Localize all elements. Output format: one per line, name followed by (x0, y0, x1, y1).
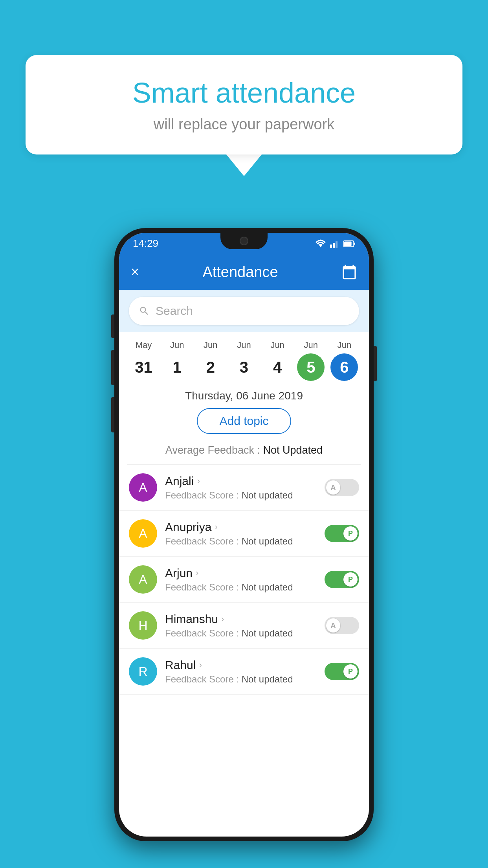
avg-feedback-value: Not Updated (263, 444, 323, 456)
speech-bubble-tail (226, 154, 262, 176)
student-row[interactable]: AArjun ›Feedback Score : Not updatedP (119, 557, 369, 603)
svg-rect-0 (330, 245, 332, 248)
phone-outer: 14:29 (114, 228, 374, 841)
student-name: Arjun › (165, 566, 317, 580)
wifi-icon (315, 239, 326, 248)
toggle-switch[interactable]: P (325, 571, 359, 588)
calendar-row: May31Jun1Jun2Jun3Jun4Jun5Jun6 (119, 332, 369, 381)
attendance-toggle[interactable]: P (325, 571, 359, 588)
speech-bubble: Smart attendance will replace your paper… (26, 55, 462, 154)
chevron-icon: › (196, 568, 198, 578)
toggle-knob: A (326, 618, 340, 633)
svg-rect-2 (336, 241, 338, 248)
student-name: Anjali › (165, 474, 317, 488)
student-avatar: R (129, 657, 157, 686)
calendar-day-1[interactable]: Jun1 (161, 340, 193, 381)
student-info: Rahul ›Feedback Score : Not updated (165, 658, 317, 685)
search-bar-container: Search (119, 290, 369, 332)
phone-button-left-1 (111, 314, 114, 338)
cal-date: 3 (230, 353, 258, 381)
calendar-day-5[interactable]: Jun5 (295, 340, 327, 381)
phone-button-right (374, 346, 377, 381)
toggle-knob: A (326, 480, 340, 495)
calendar-day-0[interactable]: May31 (128, 340, 160, 381)
chevron-icon: › (215, 522, 217, 532)
toggle-knob: P (343, 572, 358, 587)
cal-month: Jun (170, 340, 184, 350)
calendar-day-4[interactable]: Jun4 (262, 340, 293, 381)
chevron-icon: › (199, 660, 202, 670)
calendar-day-2[interactable]: Jun2 (195, 340, 226, 381)
student-info: Anupriya ›Feedback Score : Not updated (165, 520, 317, 547)
phone-screen: 14:29 (119, 233, 369, 837)
calendar-day-6[interactable]: Jun6 (328, 340, 360, 381)
student-row[interactable]: AAnjali ›Feedback Score : Not updatedA (119, 465, 369, 511)
toggle-switch[interactable]: P (325, 525, 359, 542)
camera (240, 237, 248, 245)
signal-icon (330, 239, 339, 248)
add-topic-container: Add topic (119, 406, 369, 441)
search-icon (139, 305, 150, 316)
svg-rect-4 (354, 243, 355, 245)
phone-notch (220, 233, 268, 249)
student-avatar: A (129, 519, 157, 548)
chevron-icon: › (221, 614, 224, 624)
student-info: Arjun ›Feedback Score : Not updated (165, 566, 317, 593)
attendance-toggle[interactable]: P (325, 525, 359, 542)
attendance-toggle[interactable]: P (325, 663, 359, 680)
calendar-day-3[interactable]: Jun3 (228, 340, 260, 381)
add-topic-button[interactable]: Add topic (197, 408, 291, 434)
student-feedback: Feedback Score : Not updated (165, 536, 317, 547)
cal-month: Jun (338, 340, 351, 350)
student-feedback: Feedback Score : Not updated (165, 628, 317, 639)
app-header: × Attendance (119, 254, 369, 290)
student-list: AAnjali ›Feedback Score : Not updatedAAA… (119, 465, 369, 695)
cal-month: Jun (270, 340, 284, 350)
speech-bubble-container: Smart attendance will replace your paper… (26, 55, 462, 176)
attendance-toggle[interactable]: A (325, 617, 359, 634)
status-icons (315, 239, 355, 248)
speech-bubble-subtitle: will replace your paperwork (49, 116, 439, 133)
header-title: Attendance (202, 264, 278, 281)
student-avatar: A (129, 473, 157, 502)
cal-date: 2 (197, 353, 224, 381)
cal-date: 4 (264, 353, 291, 381)
student-name: Rahul › (165, 658, 317, 672)
search-bar[interactable]: Search (129, 297, 359, 325)
chevron-icon: › (197, 476, 200, 486)
toggle-switch[interactable]: P (325, 663, 359, 680)
student-name: Anupriya › (165, 520, 317, 534)
toggle-knob: P (343, 526, 358, 541)
student-row[interactable]: RRahul ›Feedback Score : Not updatedP (119, 649, 369, 695)
attendance-toggle[interactable]: A (325, 479, 359, 496)
cal-month: Jun (237, 340, 251, 350)
close-button[interactable]: × (131, 264, 139, 280)
cal-date: 31 (130, 353, 158, 381)
search-placeholder: Search (156, 304, 193, 318)
cal-month: Jun (204, 340, 217, 350)
student-name: Himanshu › (165, 612, 317, 626)
toggle-knob: P (343, 664, 358, 679)
average-feedback: Average Feedback : Not Updated (119, 441, 369, 464)
student-feedback: Feedback Score : Not updated (165, 490, 317, 501)
student-row[interactable]: AAnupriya ›Feedback Score : Not updatedP (119, 511, 369, 557)
student-info: Himanshu ›Feedback Score : Not updated (165, 612, 317, 639)
status-time: 14:29 (133, 237, 158, 250)
date-label: Thursday, 06 June 2019 (119, 381, 369, 406)
student-row[interactable]: HHimanshu ›Feedback Score : Not updatedA (119, 603, 369, 649)
speech-bubble-title: Smart attendance (49, 77, 439, 109)
cal-month: Jun (304, 340, 318, 350)
student-info: Anjali ›Feedback Score : Not updated (165, 474, 317, 501)
cal-month: May (136, 340, 152, 350)
student-feedback: Feedback Score : Not updated (165, 582, 317, 593)
battery-icon (343, 240, 355, 247)
phone-button-left-3 (111, 397, 114, 432)
calendar-icon[interactable] (341, 264, 357, 280)
avg-feedback-label: Average Feedback : (165, 444, 263, 456)
phone-button-left-2 (111, 350, 114, 385)
toggle-switch[interactable]: A (325, 617, 359, 634)
cal-date: 5 (297, 353, 325, 381)
cal-date: 1 (163, 353, 191, 381)
toggle-switch[interactable]: A (325, 479, 359, 496)
svg-rect-5 (344, 241, 352, 246)
